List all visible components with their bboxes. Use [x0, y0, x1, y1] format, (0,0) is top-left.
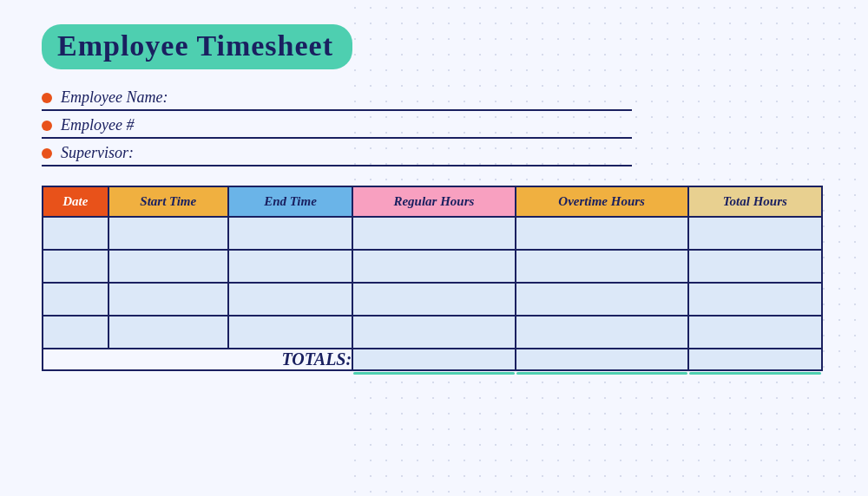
cell-overtime-3[interactable]: [516, 283, 688, 316]
table-row: [43, 250, 822, 283]
employee-name-label: Employee Name:: [61, 88, 168, 107]
cell-total-1[interactable]: [688, 217, 822, 250]
page-container: Employee Timesheet Employee Name: Employ…: [0, 0, 868, 395]
table-row: [43, 217, 822, 250]
totals-label: TOTALS:: [281, 349, 352, 369]
cell-date-2[interactable]: [43, 250, 108, 283]
cell-regular-2[interactable]: [352, 250, 515, 283]
col-header-date: Date: [43, 186, 108, 217]
totals-overtime[interactable]: [516, 349, 688, 370]
cell-overtime-2[interactable]: [516, 250, 688, 283]
col-header-total-hours: Total Hours: [688, 186, 822, 217]
cell-start-1[interactable]: [108, 217, 228, 250]
col-header-end-time: End Time: [228, 186, 352, 217]
supervisor-label: Supervisor:: [61, 144, 134, 162]
bullet-icon: [42, 148, 52, 159]
table-row: [43, 283, 822, 316]
cell-end-2[interactable]: [228, 250, 352, 283]
cell-total-2[interactable]: [688, 250, 822, 283]
cell-start-3[interactable]: [108, 283, 228, 316]
cell-end-3[interactable]: [228, 283, 352, 316]
totals-label-cell: TOTALS:: [228, 349, 352, 370]
col-header-regular-hours: Regular Hours: [352, 186, 515, 217]
cell-end-4[interactable]: [228, 316, 352, 349]
cell-regular-4[interactable]: [352, 316, 515, 349]
cell-start-4[interactable]: [108, 316, 228, 349]
title-banner: Employee Timesheet: [42, 24, 352, 69]
employee-name-row: Employee Name:: [42, 88, 632, 111]
cell-total-3[interactable]: [688, 283, 822, 316]
cell-overtime-4[interactable]: [516, 316, 688, 349]
supervisor-row: Supervisor:: [42, 144, 632, 166]
totals-regular[interactable]: [352, 349, 515, 370]
totals-empty-1: [43, 349, 108, 370]
cell-regular-3[interactable]: [352, 283, 515, 316]
cell-overtime-1[interactable]: [516, 217, 688, 250]
cell-date-1[interactable]: [43, 217, 108, 250]
bullet-icon: [42, 121, 52, 131]
employee-number-row: Employee #: [42, 116, 632, 139]
table-header-row: Date Start Time End Time Regular Hours O…: [43, 186, 822, 217]
timesheet-table: Date Start Time End Time Regular Hours O…: [42, 186, 823, 371]
totals-empty-2: [108, 349, 228, 370]
cell-total-4[interactable]: [688, 316, 822, 349]
employee-number-label: Employee #: [61, 116, 134, 134]
cell-end-1[interactable]: [228, 217, 352, 250]
bullet-icon: [42, 93, 52, 103]
cell-start-2[interactable]: [108, 250, 228, 283]
col-header-overtime-hours: Overtime Hours: [516, 186, 688, 217]
totals-total[interactable]: [688, 349, 822, 370]
table-row: [43, 316, 822, 349]
cell-date-3[interactable]: [43, 283, 108, 316]
cell-date-4[interactable]: [43, 316, 108, 349]
totals-row: TOTALS:: [43, 349, 822, 370]
page-title: Employee Timesheet: [57, 29, 333, 62]
info-section: Employee Name: Employee # Supervisor:: [42, 88, 826, 166]
col-header-start-time: Start Time: [108, 186, 228, 217]
cell-regular-1[interactable]: [352, 217, 515, 250]
